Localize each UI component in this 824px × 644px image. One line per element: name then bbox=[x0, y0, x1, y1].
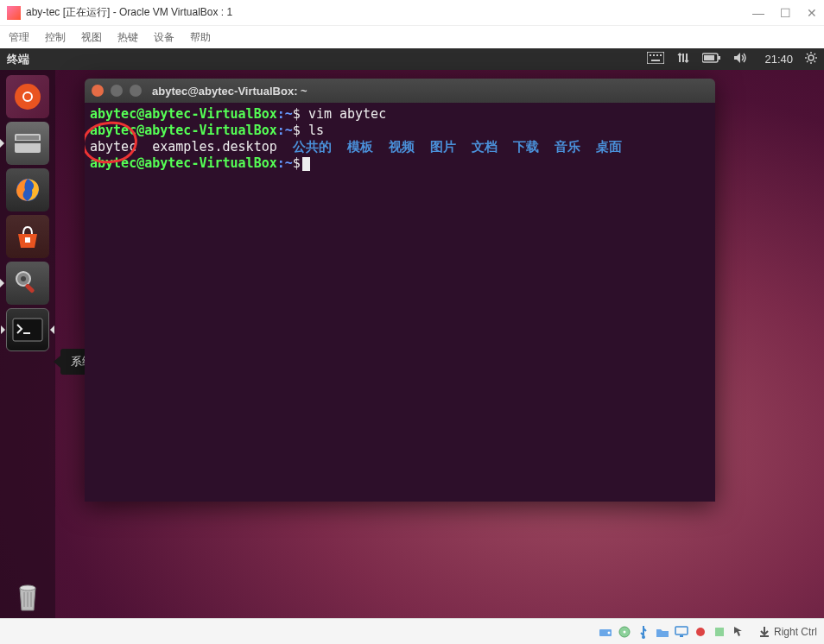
svg-rect-16 bbox=[15, 141, 41, 143]
ls-dir: 下载 bbox=[513, 139, 539, 155]
svg-rect-34 bbox=[675, 627, 688, 635]
prompt-userhost: abytec@abytec-VirtualBox bbox=[90, 123, 277, 138]
terminal-line: abytec@abytec-VirtualBox:~$ vim abytec bbox=[90, 106, 710, 123]
terminal-command: ls bbox=[308, 123, 324, 138]
svg-point-25 bbox=[20, 585, 35, 590]
svg-point-30 bbox=[607, 631, 610, 634]
prompt-userhost: abytec@abytec-VirtualBox bbox=[90, 106, 277, 122]
svg-rect-35 bbox=[680, 635, 683, 637]
vbox-device-icons bbox=[598, 624, 746, 640]
launcher-dash[interactable] bbox=[6, 75, 49, 118]
svg-rect-1 bbox=[650, 54, 651, 56]
vbox-harddisk-icon[interactable] bbox=[598, 624, 613, 640]
svg-point-14 bbox=[23, 92, 32, 101]
vbox-cpu-icon[interactable] bbox=[712, 624, 727, 640]
svg-point-22 bbox=[21, 276, 26, 281]
panel-indicators: 21:40 bbox=[647, 52, 817, 66]
window-maximize-button[interactable]: ☐ bbox=[780, 6, 791, 20]
menu-manage[interactable]: 管理 bbox=[9, 30, 29, 45]
svg-rect-5 bbox=[651, 60, 660, 61]
ubuntu-top-panel: 终端 21:40 bbox=[0, 48, 824, 70]
svg-rect-0 bbox=[647, 52, 664, 64]
vbox-shared-folder-icon[interactable] bbox=[655, 624, 670, 640]
terminal-body[interactable]: abytec@abytec-VirtualBox:~$ vim abytec a… bbox=[85, 103, 715, 502]
terminal-close-button[interactable] bbox=[92, 85, 104, 97]
terminal-title: abytec@abytec-VirtualBox: ~ bbox=[152, 85, 307, 98]
ubuntu-launcher bbox=[0, 70, 55, 618]
sound-indicator-icon[interactable] bbox=[733, 52, 747, 66]
svg-rect-38 bbox=[760, 635, 769, 637]
ls-dir: 桌面 bbox=[596, 139, 622, 155]
terminal-line: abytec@abytec-VirtualBox:~$ ls bbox=[90, 123, 710, 139]
svg-rect-21 bbox=[24, 283, 35, 294]
launcher-firefox[interactable] bbox=[6, 168, 49, 212]
menu-help[interactable]: 帮助 bbox=[190, 30, 211, 45]
launcher-terminal[interactable] bbox=[6, 308, 49, 351]
svg-rect-23 bbox=[13, 319, 42, 341]
launcher-trash[interactable] bbox=[6, 575, 49, 618]
window-minimize-button[interactable]: — bbox=[752, 6, 764, 20]
terminal-ls-output: abytec examples.desktop 公共的 模板 视频 图片 文档 … bbox=[90, 139, 710, 155]
menu-control[interactable]: 控制 bbox=[45, 30, 66, 45]
ls-dir: 模板 bbox=[347, 139, 373, 155]
virtualbox-menubar: 管理 控制 视图 热键 设备 帮助 bbox=[0, 26, 824, 48]
network-indicator-icon[interactable] bbox=[676, 52, 690, 66]
svg-rect-17 bbox=[16, 136, 39, 140]
menu-view[interactable]: 视图 bbox=[81, 30, 102, 45]
prompt-sym: $ bbox=[293, 106, 301, 122]
vbox-display-icon[interactable] bbox=[674, 624, 689, 640]
terminal-window: abytec@abytec-VirtualBox: ~ abytec@abyte… bbox=[85, 79, 715, 502]
svg-rect-2 bbox=[653, 54, 655, 56]
svg-rect-7 bbox=[718, 56, 720, 60]
ls-dir: 文档 bbox=[472, 139, 498, 155]
svg-rect-24 bbox=[23, 332, 30, 334]
ls-file: examples.desktop bbox=[152, 139, 277, 155]
ls-dir: 公共的 bbox=[293, 139, 332, 155]
svg-point-11 bbox=[25, 86, 30, 92]
window-close-button[interactable]: ✕ bbox=[807, 6, 817, 20]
svg-point-13 bbox=[32, 98, 37, 104]
ubuntu-desktop: 终端 21:40 bbox=[0, 48, 824, 618]
vbox-usb-icon[interactable] bbox=[636, 624, 651, 640]
terminal-titlebar[interactable]: abytec@abytec-VirtualBox: ~ bbox=[85, 79, 715, 103]
terminal-minimize-button[interactable] bbox=[111, 85, 123, 97]
terminal-maximize-button[interactable] bbox=[130, 85, 142, 97]
svg-point-12 bbox=[18, 98, 23, 104]
vbox-hostkey[interactable]: Right Ctrl bbox=[758, 626, 817, 638]
ls-dir: 音乐 bbox=[555, 139, 580, 155]
panel-clock[interactable]: 21:40 bbox=[764, 53, 793, 66]
launcher-software-center[interactable] bbox=[6, 215, 49, 258]
terminal-command: vim abytec bbox=[308, 106, 386, 122]
svg-point-9 bbox=[808, 55, 814, 60]
menu-devices[interactable]: 设备 bbox=[154, 30, 174, 45]
launcher-files[interactable] bbox=[6, 122, 49, 165]
gear-icon[interactable] bbox=[805, 52, 817, 66]
keyboard-indicator-icon[interactable] bbox=[647, 52, 664, 66]
battery-indicator-icon[interactable] bbox=[702, 53, 721, 66]
prompt-sep: : bbox=[277, 106, 285, 122]
terminal-line: abytec@abytec-VirtualBox:~$ bbox=[90, 155, 710, 172]
vbox-optical-icon[interactable] bbox=[617, 624, 632, 640]
svg-point-32 bbox=[623, 630, 625, 633]
svg-point-36 bbox=[696, 628, 705, 636]
virtualbox-icon bbox=[7, 6, 21, 20]
prompt-path: ~ bbox=[285, 106, 293, 122]
svg-rect-4 bbox=[660, 54, 662, 56]
vbox-mouse-icon[interactable] bbox=[731, 624, 746, 640]
virtualbox-title: aby-tec [正在运行] - Oracle VM VirtualBox : … bbox=[26, 5, 752, 20]
svg-rect-37 bbox=[715, 628, 724, 636]
svg-rect-3 bbox=[656, 54, 658, 56]
menu-hotkeys[interactable]: 热键 bbox=[117, 30, 138, 45]
ls-dir: 视频 bbox=[389, 139, 415, 155]
virtualbox-statusbar: Right Ctrl bbox=[0, 618, 824, 644]
vbox-recording-icon[interactable] bbox=[693, 624, 708, 640]
svg-rect-8 bbox=[704, 55, 714, 60]
virtualbox-titlebar: aby-tec [正在运行] - Oracle VM VirtualBox : … bbox=[0, 0, 824, 26]
svg-rect-19 bbox=[25, 237, 30, 243]
terminal-cursor bbox=[302, 157, 310, 171]
vbox-hostkey-label: Right Ctrl bbox=[774, 626, 817, 638]
launcher-system-settings[interactable] bbox=[6, 262, 49, 305]
panel-app-title: 终端 bbox=[7, 52, 647, 67]
svg-point-33 bbox=[642, 635, 645, 639]
ls-file: abytec bbox=[90, 139, 136, 155]
